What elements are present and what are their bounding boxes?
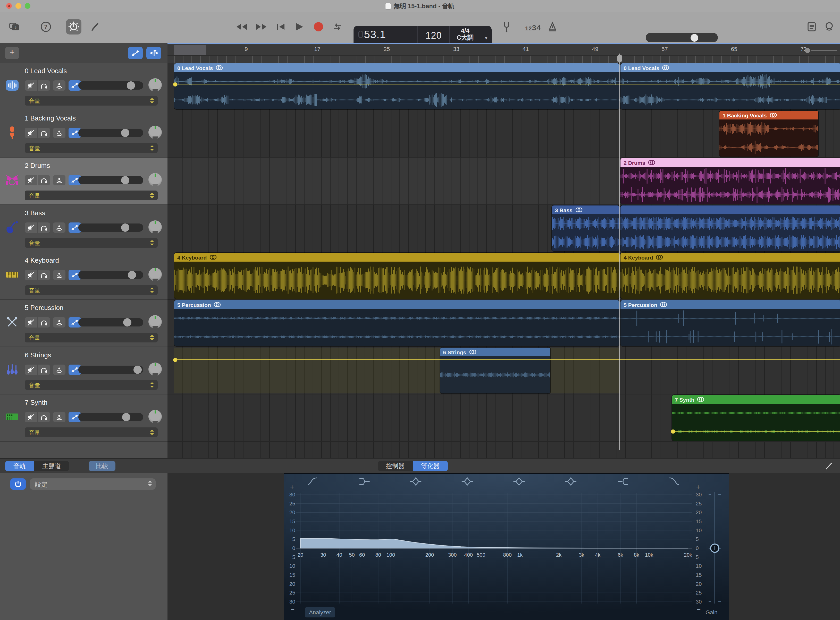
region[interactable]: 1 Backing Vocals bbox=[719, 111, 818, 157]
track-name[interactable]: 7 Synth bbox=[25, 399, 47, 406]
input-monitoring-button[interactable] bbox=[53, 270, 65, 280]
track-lane[interactable]: 2 Drums bbox=[167, 158, 840, 205]
pan-knob[interactable] bbox=[148, 268, 162, 281]
master-volume-knob[interactable] bbox=[691, 34, 698, 41]
volume-knob[interactable] bbox=[133, 366, 142, 374]
track-lane[interactable]: 7 Synth bbox=[167, 394, 840, 442]
automation-node[interactable] bbox=[173, 358, 177, 362]
mute-button[interactable] bbox=[25, 128, 37, 138]
automation-node[interactable] bbox=[671, 429, 675, 433]
pan-knob[interactable] bbox=[148, 363, 162, 376]
solo-button[interactable] bbox=[38, 175, 50, 185]
region[interactable]: 0 Lead Vocals bbox=[620, 63, 840, 109]
automation-parameter-select[interactable]: 音量 bbox=[25, 380, 158, 390]
tab-controls[interactable]: 控制器 bbox=[378, 461, 413, 471]
tuner-button[interactable] bbox=[499, 19, 514, 35]
track-name[interactable]: 1 Backing Vocals bbox=[25, 114, 76, 122]
automation-line[interactable] bbox=[174, 84, 840, 84]
pan-knob[interactable] bbox=[148, 410, 162, 423]
analyzer-button[interactable]: Analyzer bbox=[305, 607, 335, 617]
master-volume-slider[interactable] bbox=[646, 33, 718, 42]
region-header[interactable]: 0 Lead Vocals bbox=[620, 63, 840, 72]
track-header[interactable]: 1 Backing Vocals音量 bbox=[0, 110, 167, 158]
metronome-button[interactable] bbox=[545, 19, 560, 35]
solo-button[interactable] bbox=[38, 128, 50, 138]
region[interactable]: 5 Percussion bbox=[620, 300, 840, 346]
input-monitoring-button[interactable] bbox=[53, 364, 65, 375]
playhead-handle[interactable] bbox=[617, 55, 622, 62]
mute-button[interactable] bbox=[25, 412, 37, 422]
region[interactable]: 4 Keyboard bbox=[620, 253, 840, 299]
solo-button[interactable] bbox=[38, 223, 50, 233]
region-header[interactable]: 3 Bass bbox=[552, 205, 620, 214]
input-monitoring-button[interactable] bbox=[53, 412, 65, 422]
track-header[interactable]: 4 Keyboard音量 bbox=[0, 252, 167, 300]
region[interactable]: 4 Keyboard bbox=[174, 253, 620, 299]
play-button[interactable] bbox=[292, 19, 307, 35]
count-in-button[interactable]: 1234 bbox=[525, 23, 541, 32]
catch-playhead-button[interactable] bbox=[146, 47, 161, 59]
region-header[interactable]: 6 Strings bbox=[440, 348, 550, 356]
region-header[interactable]: 5 Percussion bbox=[174, 300, 620, 309]
notepad-button[interactable] bbox=[804, 19, 819, 35]
track-header[interactable]: 3 Bass音量 bbox=[0, 205, 167, 252]
automation-parameter-select[interactable]: 音量 bbox=[25, 143, 158, 153]
library-button[interactable]: ♪ bbox=[7, 19, 23, 35]
region-header[interactable] bbox=[620, 205, 840, 214]
volume-slider[interactable] bbox=[78, 271, 143, 279]
volume-knob[interactable] bbox=[128, 271, 136, 279]
region-header[interactable]: 0 Lead Vocals bbox=[174, 63, 620, 72]
region[interactable] bbox=[620, 205, 840, 251]
region[interactable]: 7 Synth bbox=[672, 395, 840, 441]
volume-slider[interactable] bbox=[78, 81, 143, 90]
volume-slider[interactable] bbox=[78, 176, 143, 184]
automation-parameter-select[interactable]: 音量 bbox=[25, 96, 158, 105]
region[interactable]: 5 Percussion bbox=[174, 300, 620, 346]
automation-parameter-select[interactable]: 音量 bbox=[25, 191, 158, 200]
mute-button[interactable] bbox=[25, 364, 37, 375]
pan-knob[interactable] bbox=[148, 315, 162, 328]
region[interactable]: 2 Drums bbox=[620, 158, 840, 204]
region-header[interactable]: 5 Percussion bbox=[620, 300, 840, 309]
track-lane[interactable]: 4 Keyboard4 Keyboard bbox=[167, 252, 840, 300]
solo-button[interactable] bbox=[38, 80, 50, 90]
region[interactable]: 0 Lead Vocals bbox=[174, 63, 620, 109]
automation-node[interactable] bbox=[173, 82, 177, 86]
compare-button[interactable]: 比較 bbox=[89, 461, 115, 471]
automation-parameter-select[interactable]: 音量 bbox=[25, 285, 158, 295]
volume-knob[interactable] bbox=[127, 81, 135, 90]
automation-parameter-select[interactable]: 音量 bbox=[25, 427, 158, 437]
pan-knob[interactable] bbox=[148, 126, 162, 139]
tab-eq[interactable]: 等化器 bbox=[413, 461, 448, 471]
volume-slider[interactable] bbox=[78, 413, 143, 421]
mute-button[interactable] bbox=[25, 270, 37, 280]
mute-button[interactable] bbox=[25, 317, 37, 328]
mute-button[interactable] bbox=[25, 80, 37, 90]
input-monitoring-button[interactable] bbox=[53, 80, 65, 90]
track-lane[interactable]: 3 Bass bbox=[167, 205, 840, 252]
track-name[interactable]: 0 Lead Vocals bbox=[25, 67, 67, 75]
tab-master[interactable]: 主聲道 bbox=[34, 461, 69, 471]
volume-knob[interactable] bbox=[122, 413, 130, 421]
cycle-range[interactable] bbox=[174, 45, 206, 55]
loop-browser-button[interactable] bbox=[822, 19, 837, 35]
track-name[interactable]: 2 Drums bbox=[25, 162, 50, 169]
region[interactable]: 3 Bass bbox=[552, 205, 620, 251]
pan-knob[interactable] bbox=[148, 173, 162, 187]
volume-knob[interactable] bbox=[121, 223, 129, 232]
volume-knob[interactable] bbox=[123, 318, 131, 327]
input-monitoring-button[interactable] bbox=[53, 128, 65, 138]
region-header[interactable]: 1 Backing Vocals bbox=[719, 111, 818, 119]
editor-pencil-button[interactable] bbox=[87, 19, 103, 35]
record-button[interactable] bbox=[311, 19, 326, 35]
automation-line[interactable] bbox=[174, 360, 840, 360]
track-name[interactable]: 3 Bass bbox=[25, 209, 45, 217]
track-lane[interactable]: 6 Strings bbox=[167, 347, 840, 394]
solo-button[interactable] bbox=[38, 364, 50, 375]
solo-button[interactable] bbox=[38, 270, 50, 280]
region-header[interactable]: 4 Keyboard bbox=[174, 253, 620, 262]
volume-slider[interactable] bbox=[78, 366, 143, 374]
eq-graph[interactable]: 3030252520201515101055005510101515202025… bbox=[284, 474, 729, 620]
plugin-power-button[interactable] bbox=[10, 479, 26, 490]
track-name[interactable]: 4 Keyboard bbox=[25, 256, 59, 264]
